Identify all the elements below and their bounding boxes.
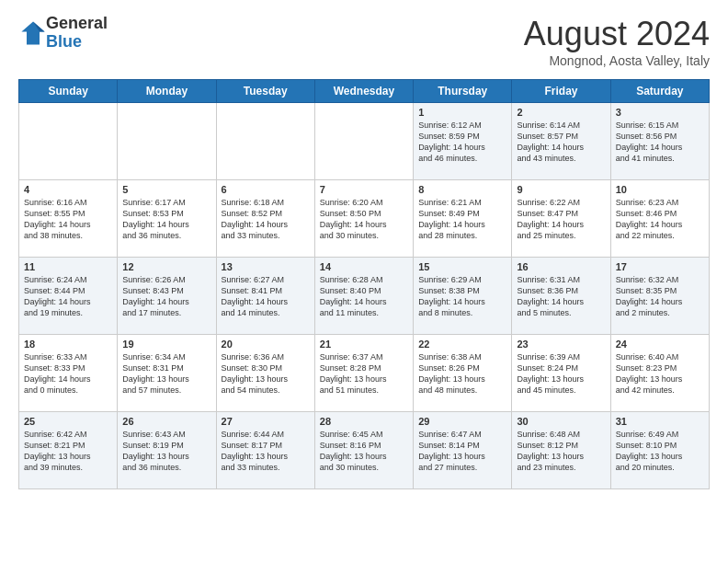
calendar-cell: 12Sunrise: 6:26 AM Sunset: 8:43 PM Dayli…: [118, 258, 216, 335]
calendar-cell: 7Sunrise: 6:20 AM Sunset: 8:50 PM Daylig…: [314, 180, 413, 258]
day-info: Sunrise: 6:40 AM Sunset: 8:23 PM Dayligh…: [616, 351, 704, 396]
calendar-cell: [314, 103, 413, 180]
day-number: 22: [418, 339, 506, 350]
day-info: Sunrise: 6:32 AM Sunset: 8:35 PM Dayligh…: [616, 274, 704, 319]
day-number: 29: [418, 416, 506, 427]
day-info: Sunrise: 6:29 AM Sunset: 8:38 PM Dayligh…: [418, 274, 506, 319]
day-header-thursday: Thursday: [414, 80, 512, 103]
calendar-cell: 16Sunrise: 6:31 AM Sunset: 8:36 PM Dayli…: [512, 258, 610, 335]
day-info: Sunrise: 6:16 AM Sunset: 8:55 PM Dayligh…: [24, 197, 112, 242]
day-number: 5: [122, 184, 210, 195]
day-number: 19: [122, 339, 210, 350]
calendar-cell: 18Sunrise: 6:33 AM Sunset: 8:33 PM Dayli…: [19, 335, 118, 412]
day-number: 9: [517, 184, 605, 195]
day-info: Sunrise: 6:15 AM Sunset: 8:56 PM Dayligh…: [616, 120, 704, 165]
calendar-cell: 25Sunrise: 6:42 AM Sunset: 8:21 PM Dayli…: [19, 412, 118, 489]
day-info: Sunrise: 6:23 AM Sunset: 8:46 PM Dayligh…: [616, 197, 704, 242]
day-number: 23: [517, 339, 605, 350]
month-title: August 2024: [524, 15, 710, 53]
day-number: 3: [616, 107, 704, 118]
week-row-2: 4Sunrise: 6:16 AM Sunset: 8:55 PM Daylig…: [19, 180, 710, 258]
calendar-cell: 27Sunrise: 6:44 AM Sunset: 8:17 PM Dayli…: [216, 412, 314, 489]
day-header-friday: Friday: [512, 80, 610, 103]
day-header-wednesday: Wednesday: [314, 80, 413, 103]
day-info: Sunrise: 6:45 AM Sunset: 8:16 PM Dayligh…: [320, 429, 408, 474]
day-info: Sunrise: 6:24 AM Sunset: 8:44 PM Dayligh…: [24, 274, 112, 319]
calendar-cell: 21Sunrise: 6:37 AM Sunset: 8:28 PM Dayli…: [314, 335, 413, 412]
day-info: Sunrise: 6:36 AM Sunset: 8:30 PM Dayligh…: [222, 351, 310, 396]
day-number: 11: [24, 261, 112, 272]
calendar-cell: 3Sunrise: 6:15 AM Sunset: 8:56 PM Daylig…: [610, 103, 709, 180]
day-number: 20: [222, 339, 310, 350]
day-info: Sunrise: 6:43 AM Sunset: 8:19 PM Dayligh…: [122, 429, 210, 474]
day-info: Sunrise: 6:20 AM Sunset: 8:50 PM Dayligh…: [320, 197, 408, 242]
calendar-cell: 22Sunrise: 6:38 AM Sunset: 8:26 PM Dayli…: [414, 335, 512, 412]
calendar-cell: 15Sunrise: 6:29 AM Sunset: 8:38 PM Dayli…: [414, 258, 512, 335]
calendar-cell: [216, 103, 314, 180]
calendar-cell: 1Sunrise: 6:12 AM Sunset: 8:59 PM Daylig…: [414, 103, 512, 180]
week-row-3: 11Sunrise: 6:24 AM Sunset: 8:44 PM Dayli…: [19, 258, 710, 335]
calendar-cell: 24Sunrise: 6:40 AM Sunset: 8:23 PM Dayli…: [610, 335, 709, 412]
day-info: Sunrise: 6:38 AM Sunset: 8:26 PM Dayligh…: [418, 351, 506, 396]
day-info: Sunrise: 6:27 AM Sunset: 8:41 PM Dayligh…: [222, 274, 310, 319]
day-info: Sunrise: 6:47 AM Sunset: 8:14 PM Dayligh…: [418, 429, 506, 474]
calendar-cell: 28Sunrise: 6:45 AM Sunset: 8:16 PM Dayli…: [314, 412, 413, 489]
week-row-4: 18Sunrise: 6:33 AM Sunset: 8:33 PM Dayli…: [19, 335, 710, 412]
calendar-header: SundayMondayTuesdayWednesdayThursdayFrid…: [19, 80, 710, 103]
calendar-cell: 9Sunrise: 6:22 AM Sunset: 8:47 PM Daylig…: [512, 180, 610, 258]
day-number: 25: [24, 416, 112, 427]
location: Mongnod, Aosta Valley, Italy: [524, 53, 710, 68]
header: General Blue August 2024 Mongnod, Aosta …: [18, 15, 710, 68]
day-info: Sunrise: 6:28 AM Sunset: 8:40 PM Dayligh…: [320, 274, 408, 319]
day-number: 30: [517, 416, 605, 427]
day-header-sunday: Sunday: [19, 80, 118, 103]
calendar-cell: 8Sunrise: 6:21 AM Sunset: 8:49 PM Daylig…: [414, 180, 512, 258]
day-info: Sunrise: 6:49 AM Sunset: 8:10 PM Dayligh…: [616, 429, 704, 474]
logo: General Blue: [18, 15, 108, 52]
day-number: 4: [24, 184, 112, 195]
day-number: 28: [320, 416, 408, 427]
day-info: Sunrise: 6:34 AM Sunset: 8:31 PM Dayligh…: [122, 351, 210, 396]
day-info: Sunrise: 6:42 AM Sunset: 8:21 PM Dayligh…: [24, 429, 112, 474]
day-number: 8: [418, 184, 506, 195]
day-number: 21: [320, 339, 408, 350]
day-info: Sunrise: 6:39 AM Sunset: 8:24 PM Dayligh…: [517, 351, 605, 396]
calendar-cell: 29Sunrise: 6:47 AM Sunset: 8:14 PM Dayli…: [414, 412, 512, 489]
day-number: 26: [122, 416, 210, 427]
calendar-cell: 20Sunrise: 6:36 AM Sunset: 8:30 PM Dayli…: [216, 335, 314, 412]
day-header-tuesday: Tuesday: [216, 80, 314, 103]
day-info: Sunrise: 6:22 AM Sunset: 8:47 PM Dayligh…: [517, 197, 605, 242]
day-number: 24: [616, 339, 704, 350]
calendar-cell: [118, 103, 216, 180]
week-row-1: 1Sunrise: 6:12 AM Sunset: 8:59 PM Daylig…: [19, 103, 710, 180]
day-header-monday: Monday: [118, 80, 216, 103]
header-row: SundayMondayTuesdayWednesdayThursdayFrid…: [19, 80, 710, 103]
logo-blue-text: Blue: [46, 33, 108, 52]
day-number: 27: [222, 416, 310, 427]
calendar-cell: 13Sunrise: 6:27 AM Sunset: 8:41 PM Dayli…: [216, 258, 314, 335]
day-number: 17: [616, 261, 704, 272]
calendar-cell: 14Sunrise: 6:28 AM Sunset: 8:40 PM Dayli…: [314, 258, 413, 335]
day-info: Sunrise: 6:14 AM Sunset: 8:57 PM Dayligh…: [517, 120, 605, 165]
day-number: 7: [320, 184, 408, 195]
day-number: 16: [517, 261, 605, 272]
calendar-cell: 5Sunrise: 6:17 AM Sunset: 8:53 PM Daylig…: [118, 180, 216, 258]
day-info: Sunrise: 6:44 AM Sunset: 8:17 PM Dayligh…: [222, 429, 310, 474]
day-info: Sunrise: 6:31 AM Sunset: 8:36 PM Dayligh…: [517, 274, 605, 319]
day-info: Sunrise: 6:17 AM Sunset: 8:53 PM Dayligh…: [122, 197, 210, 242]
day-number: 31: [616, 416, 704, 427]
day-number: 13: [222, 261, 310, 272]
calendar-cell: [19, 103, 118, 180]
day-info: Sunrise: 6:48 AM Sunset: 8:12 PM Dayligh…: [517, 429, 605, 474]
svg-marker-0: [21, 21, 44, 44]
day-info: Sunrise: 6:26 AM Sunset: 8:43 PM Dayligh…: [122, 274, 210, 319]
day-info: Sunrise: 6:18 AM Sunset: 8:52 PM Dayligh…: [222, 197, 310, 242]
day-info: Sunrise: 6:12 AM Sunset: 8:59 PM Dayligh…: [418, 120, 506, 165]
calendar-cell: 23Sunrise: 6:39 AM Sunset: 8:24 PM Dayli…: [512, 335, 610, 412]
day-number: 6: [222, 184, 310, 195]
day-number: 15: [418, 261, 506, 272]
calendar-cell: 26Sunrise: 6:43 AM Sunset: 8:19 PM Dayli…: [118, 412, 216, 489]
day-number: 14: [320, 261, 408, 272]
logo-icon: [20, 20, 46, 46]
title-block: August 2024 Mongnod, Aosta Valley, Italy: [524, 15, 710, 68]
